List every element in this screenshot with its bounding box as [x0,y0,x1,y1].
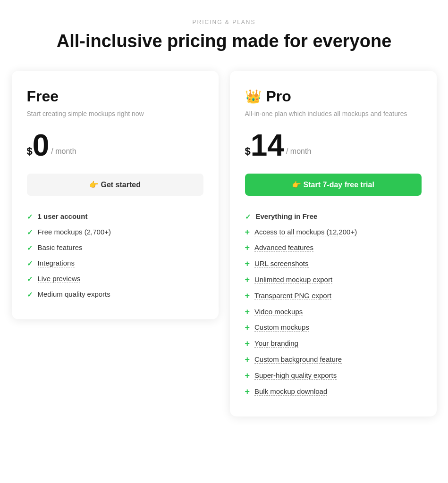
plus-icon: + [245,387,250,397]
price-dollar-sign: $ [27,146,33,157]
list-item: +Video mockups [245,304,422,320]
feature-label: Integrations [38,259,75,267]
list-item: +Access to all mockups (12,200+) [245,225,422,241]
price-period: / month [51,147,76,156]
pro-cta-button[interactable]: 👉 Start 7-day free trial [245,174,422,196]
list-item: +URL screenshots [245,256,422,272]
list-item: ✓Integrations [27,256,203,271]
plans-container: FreeStart creating simple mockups right … [12,71,437,417]
checkmark-icon: ✓ [27,275,33,283]
list-item: +Custom background feature [245,352,422,368]
plus-icon: + [245,323,250,333]
feature-label: Custom mockups [254,323,309,332]
plan-name-text-free: Free [27,88,59,105]
checkmark-icon: ✓ [27,213,33,221]
list-item: +Advanced features [245,240,422,256]
list-item: +Transparent PNG export [245,288,422,304]
checkmark-icon: ✓ [27,291,33,299]
list-item: +Your branding [245,336,422,352]
list-item: +Super-high quality exports [245,368,422,384]
feature-label: Your branding [254,339,298,348]
plus-icon: + [245,308,250,317]
feature-label: Transparent PNG export [254,291,331,300]
page-header: PRICING & PLANS All-inclusive pricing ma… [57,19,392,52]
plan-name-pro: 👑Pro [245,88,422,105]
plus-icon: + [245,339,250,349]
list-item: ✓Free mockups (2,700+) [27,225,203,240]
plan-price-free: $0/ month [27,130,203,160]
plus-icon: + [245,243,250,253]
plus-icon: + [245,259,250,269]
price-dollar-sign: $ [245,146,251,157]
feature-label: 1 user account [38,212,88,220]
feature-label: Access to all mockups (12,200+) [254,228,357,236]
feature-label: Super-high quality exports [254,371,337,380]
features-list-free: ✓1 user account✓Free mockups (2,700+)✓Ba… [27,209,203,302]
price-amount: 14 [251,130,284,160]
feature-label: Everything in Free [256,212,318,220]
feature-label: URL screenshots [254,259,309,268]
feature-label: Bulk mockup download [254,387,327,396]
feature-label: Video mockups [254,308,303,316]
plan-name-free: Free [27,88,203,105]
feature-label: Custom background feature [254,355,342,364]
plan-crown-icon: 👑 [245,89,262,104]
free-cta-button[interactable]: 👉 Get started [27,174,203,196]
list-item: +Unlimited mockup export [245,272,422,288]
list-item: ✓Live previews [27,271,203,287]
checkmark-icon: ✓ [27,259,33,268]
plus-icon: + [245,291,250,301]
checkmark-icon: ✓ [27,244,33,252]
feature-label: Unlimited mockup export [254,275,332,284]
plus-icon: + [245,275,250,285]
plus-icon: + [245,355,250,365]
features-list-pro: ✓Everything in Free+Access to all mockup… [245,209,422,400]
feature-label: Advanced features [254,243,313,252]
plan-desc-pro: All-in-one plan which includes all mocku… [245,109,422,119]
page-title: All-inclusive pricing made for everyone [57,31,392,52]
plan-card-pro: 👑ProAll-in-one plan which includes all m… [230,71,437,417]
list-item: ✓Basic features [27,240,203,256]
list-item: ✓1 user account [27,209,203,225]
feature-label: Free mockups (2,700+) [38,228,111,236]
plan-name-text-pro: Pro [266,88,291,105]
feature-label: Live previews [38,275,81,283]
list-item: ✓Everything in Free [245,209,422,225]
eyebrow-text: PRICING & PLANS [57,19,392,25]
plus-icon: + [245,371,250,381]
plan-desc-free: Start creating simple mockups right now [27,109,203,119]
price-period: / month [286,147,311,156]
list-item: +Custom mockups [245,320,422,336]
checkmark-icon: ✓ [27,228,33,237]
plus-icon: + [245,228,250,237]
plan-price-pro: $14/ month [245,130,422,160]
list-item: ✓Medium quality exports [27,287,203,302]
price-amount: 0 [33,130,50,160]
plan-card-free: FreeStart creating simple mockups right … [12,71,219,319]
list-item: +Bulk mockup download [245,384,422,400]
checkmark-icon: ✓ [245,213,251,221]
feature-label: Medium quality exports [38,290,110,298]
feature-label: Basic features [38,243,83,251]
